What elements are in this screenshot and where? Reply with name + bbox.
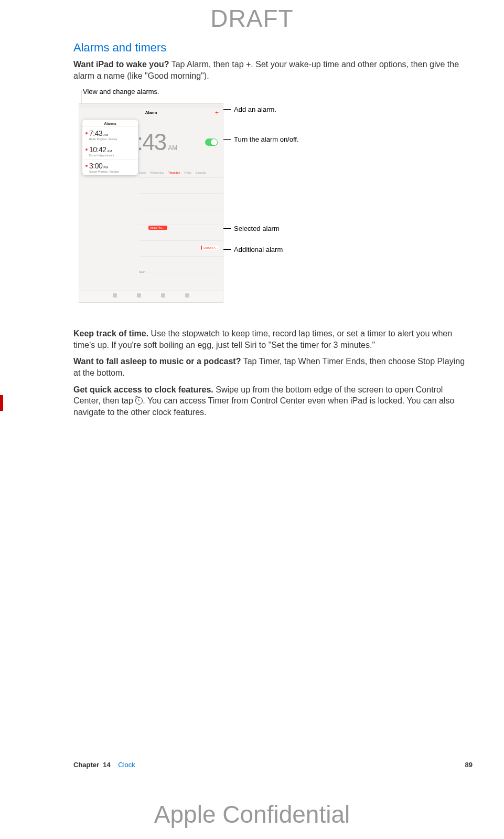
alarm-time: 3:00 [89, 162, 102, 170]
additional-alarm-event[interactable]: Doctor's A… [201, 246, 219, 250]
chapter-label: Chapter [73, 761, 99, 769]
paragraph-control-center: Get quick access to clock features. Swip… [73, 384, 472, 418]
alarm-list-item[interactable]: 7:43AM Radio Program, Sunday [82, 127, 138, 143]
callout-line [222, 139, 231, 140]
lead-in: Want to fall asleep to music or a podcas… [73, 357, 241, 366]
watermark-draft: DRAFT [0, 4, 504, 33]
alarm-subtitle: Radio Program, Sunday [89, 138, 135, 141]
paragraph-stopwatch: Keep track of time. Use the stopwatch to… [73, 328, 472, 351]
page-footer: Chapter 14 Clock 89 [73, 761, 473, 769]
callout-view-change: View and change alarms. [83, 88, 159, 95]
status-bar [79, 104, 223, 108]
section-heading: Alarms and timers [73, 41, 472, 55]
timer-icon [135, 397, 143, 405]
watermark-confidential: Apple Confidential [0, 800, 504, 829]
tab-stopwatch[interactable] [156, 293, 170, 301]
weekday-row: esday Wednesday Thursday Friday Saturday [139, 171, 220, 174]
time-ampm: AM [168, 144, 177, 152]
callout-additional: Additional alarm [234, 246, 283, 253]
weekday: esday [139, 171, 146, 174]
alarm-icon [137, 293, 141, 298]
alarm-dot-icon [85, 165, 88, 167]
page-content: Alarms and timers Want iPad to wake you?… [73, 41, 472, 423]
nav-title: Alarm [145, 110, 157, 115]
tab-timer[interactable] [180, 293, 195, 301]
text: Tap Alarm, then tap [169, 60, 246, 69]
noon-label: Noon [139, 270, 145, 273]
add-alarm-button[interactable]: + [215, 108, 219, 118]
grid-line [139, 272, 223, 272]
grid-line [139, 177, 223, 178]
alarm-subtitle: Doctor's Appointment [89, 154, 135, 157]
lead-in: Get quick access to clock features. [73, 385, 213, 394]
alarm-figure: View and change alarms. Add an alarm. Tu… [73, 88, 472, 318]
alarm-list-item[interactable]: 10:42AM Doctor's Appointment [82, 143, 138, 160]
grid-line [139, 225, 223, 225]
ipad-screenshot: Alarm + :43AM esday Wednesday Thursday F… [79, 103, 223, 303]
alarm-subtitle: Soccer Practice, Tuesday [89, 171, 135, 173]
weekday: Wednesday [150, 171, 164, 174]
grid-line [139, 209, 223, 209]
tab-bar [79, 291, 223, 302]
weekday: Saturday [196, 171, 206, 174]
chapter-number: 14 [103, 761, 110, 769]
revision-change-bar [0, 395, 3, 411]
grid-line [139, 240, 223, 241]
alarm-toggle[interactable] [205, 139, 218, 146]
stopwatch-icon [161, 293, 165, 298]
alarm-dot-icon [85, 132, 88, 134]
paragraph-wake: Want iPad to wake you? Tap Alarm, then t… [73, 59, 472, 81]
chapter-name-link[interactable]: Clock [118, 761, 135, 769]
lead-in: Want iPad to wake you? [73, 60, 169, 69]
plus-icon: + [246, 60, 251, 69]
globe-icon [113, 293, 117, 298]
alarm-ampm: AM [108, 150, 112, 153]
alarm-time: 10:42 [89, 145, 106, 154]
timer-icon [185, 293, 189, 298]
page-number: 89 [465, 761, 473, 769]
grid-line [139, 256, 223, 257]
weekday-today: Thursday [168, 171, 180, 174]
alarm-ampm: PM [103, 166, 108, 169]
lead-in: Keep track of time. [73, 329, 148, 338]
selected-alarm-event[interactable]: Radio Pro… [148, 226, 167, 230]
footer-chapter: Chapter 14 Clock [73, 761, 135, 769]
callout-toggle: Turn the alarm on/off. [234, 135, 299, 143]
popover-title: Alarms [82, 120, 138, 127]
calendar-grid: Radio Pro… Doctor's A… Noon [139, 177, 223, 291]
alarm-ampm: AM [103, 133, 108, 136]
tab-world-clock[interactable] [108, 293, 122, 301]
weekday: Friday [184, 171, 191, 174]
alarms-popover: Alarms 7:43AM Radio Program, Sunday 10:4… [82, 120, 138, 175]
alarm-dot-icon [85, 148, 88, 151]
time-digits: :43 [137, 129, 166, 155]
alarm-time: 7:43 [89, 129, 102, 137]
tab-alarm[interactable] [132, 293, 146, 301]
large-time-display: :43AM [137, 129, 177, 155]
grid-line [139, 193, 223, 194]
nav-bar: Alarm + [79, 108, 223, 118]
callout-add-alarm: Add an alarm. [234, 105, 276, 113]
callout-selected: Selected alarm [234, 225, 280, 232]
alarm-list-item[interactable]: 3:00PM Soccer Practice, Tuesday [82, 160, 138, 175]
paragraph-sleep: Want to fall asleep to music or a podcas… [73, 356, 472, 378]
